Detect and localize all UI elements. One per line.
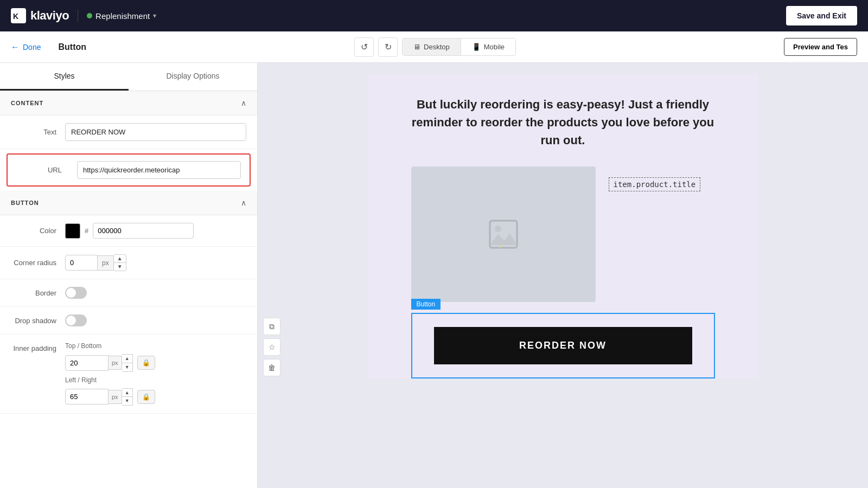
back-arrow-icon: ← bbox=[11, 42, 20, 52]
corner-radius-up-button[interactable]: ▲ bbox=[114, 255, 126, 263]
padding-lock-top-button[interactable]: 🔒 bbox=[137, 356, 155, 370]
top-bottom-group: Top / Bottom px ▲ ▼ 🔒 bbox=[65, 342, 246, 372]
klaviyo-logo-icon: K bbox=[11, 8, 26, 23]
border-row: Border bbox=[0, 279, 257, 307]
corner-radius-unit: px bbox=[98, 255, 114, 271]
tab-styles[interactable]: Styles bbox=[0, 63, 129, 91]
top-bottom-label: Top / Bottom bbox=[65, 342, 246, 350]
url-label: URL bbox=[16, 166, 71, 174]
corner-radius-label: Corner radius bbox=[11, 259, 65, 267]
border-label: Border bbox=[11, 289, 65, 297]
mobile-button[interactable]: 📱 Mobile bbox=[461, 38, 515, 55]
preview-content-area: But luckily reordering is easy-peasy! Ju… bbox=[368, 74, 758, 378]
done-button[interactable]: ← Done bbox=[11, 42, 41, 52]
color-hex-input[interactable] bbox=[93, 223, 194, 239]
content-section-header[interactable]: CONTENT ∧ bbox=[0, 91, 257, 115]
panel-content: CONTENT ∧ Text URL BUTTON ∧ Color bbox=[0, 91, 257, 488]
color-label: Color bbox=[11, 227, 65, 235]
corner-radius-input[interactable] bbox=[65, 255, 98, 271]
toolbar-center: ↺ ↻ 🖥 Desktop 📱 Mobile bbox=[354, 37, 516, 57]
nav-divider bbox=[78, 9, 78, 22]
product-image-placeholder-icon: ⚡ bbox=[487, 218, 520, 251]
preview-test-button[interactable]: Preview and Tes bbox=[784, 38, 857, 56]
padding-left-input-group: px ▲ ▼ bbox=[65, 388, 133, 406]
corner-radius-row: Corner radius px ▲ ▼ bbox=[0, 247, 257, 279]
topbar-left: K klaviyo Replenishment ▾ bbox=[11, 8, 156, 23]
preview-text-block: But luckily reordering is easy-peasy! Ju… bbox=[411, 95, 715, 149]
inner-padding-row: Inner padding Top / Bottom px ▲ ▼ bbox=[0, 335, 257, 414]
main-layout: Styles Display Options CONTENT ∧ Text UR… bbox=[0, 63, 868, 488]
side-favorite-button[interactable]: ☆ bbox=[263, 338, 280, 356]
drop-shadow-label: Drop shadow bbox=[11, 317, 65, 325]
corner-radius-input-group: px ▲ ▼ bbox=[65, 254, 126, 271]
redo-button[interactable]: ↻ bbox=[378, 37, 398, 57]
padding-top-stepper: ▲ ▼ bbox=[122, 354, 133, 372]
svg-text:K: K bbox=[13, 12, 18, 21]
button-section-header[interactable]: BUTTON ∧ bbox=[0, 191, 257, 215]
padding-left-stepper: ▲ ▼ bbox=[122, 388, 133, 406]
url-input[interactable] bbox=[77, 161, 241, 179]
preview-product-title: item.product.title bbox=[609, 177, 701, 191]
klaviyo-logo: K klaviyo bbox=[11, 8, 69, 23]
status-dot bbox=[87, 13, 92, 18]
padding-left-input[interactable] bbox=[65, 389, 108, 404]
left-panel: Styles Display Options CONTENT ∧ Text UR… bbox=[0, 63, 258, 488]
padding-left-down-button[interactable]: ▼ bbox=[122, 397, 132, 405]
button-section-title: BUTTON bbox=[11, 200, 39, 206]
padding-lock-left-button[interactable]: 🔒 bbox=[137, 390, 155, 404]
preview-button-section: Button REORDER NOW bbox=[411, 313, 715, 378]
svg-point-4 bbox=[495, 226, 501, 232]
content-collapse-icon[interactable]: ∧ bbox=[241, 99, 246, 107]
flow-chevron-icon[interactable]: ▾ bbox=[153, 12, 156, 20]
hash-sign: # bbox=[85, 227, 88, 235]
preview-main-text: But luckily reordering is easy-peasy! Ju… bbox=[411, 95, 715, 149]
border-toggle-slider bbox=[65, 287, 87, 299]
toolbar-left: ← Done Button bbox=[11, 42, 86, 52]
padding-top-input[interactable] bbox=[65, 355, 108, 371]
preview-product-image: ⚡ bbox=[411, 166, 596, 302]
done-label: Done bbox=[23, 43, 41, 52]
content-section-title: CONTENT bbox=[11, 100, 43, 106]
corner-radius-down-button[interactable]: ▼ bbox=[114, 263, 126, 271]
button-collapse-icon[interactable]: ∧ bbox=[241, 198, 246, 207]
corner-radius-stepper: ▲ ▼ bbox=[114, 254, 126, 271]
padding-left-unit: px bbox=[108, 390, 122, 404]
url-highlight-wrapper: URL bbox=[7, 153, 251, 187]
button-label-tag: Button bbox=[411, 299, 441, 310]
top-bottom-row: px ▲ ▼ 🔒 bbox=[65, 354, 246, 372]
left-right-row: px ▲ ▼ 🔒 bbox=[65, 388, 246, 406]
topbar: K klaviyo Replenishment ▾ Save and Exit bbox=[0, 0, 868, 31]
tab-display-options[interactable]: Display Options bbox=[129, 63, 257, 91]
preview-reorder-button[interactable]: REORDER NOW bbox=[434, 327, 692, 364]
mobile-icon: 📱 bbox=[472, 43, 481, 51]
border-toggle[interactable] bbox=[65, 287, 87, 299]
undo-button[interactable]: ↺ bbox=[354, 37, 374, 57]
logo-text: klaviyo bbox=[30, 9, 69, 23]
drop-shadow-toggle[interactable] bbox=[65, 314, 87, 326]
text-input[interactable] bbox=[65, 123, 246, 141]
panel-tabs: Styles Display Options bbox=[0, 63, 257, 91]
side-delete-button[interactable]: 🗑 bbox=[263, 359, 280, 376]
color-row: Color # bbox=[0, 215, 257, 247]
padding-top-down-button[interactable]: ▼ bbox=[122, 363, 132, 371]
left-right-label: Left / Right bbox=[65, 376, 246, 384]
desktop-icon: 🖥 bbox=[413, 43, 420, 51]
padding-top-up-button[interactable]: ▲ bbox=[122, 355, 132, 363]
flow-name: Replenishment ▾ bbox=[87, 11, 156, 21]
svg-marker-3 bbox=[490, 233, 517, 245]
drop-shadow-row: Drop shadow bbox=[0, 307, 257, 335]
right-preview: But luckily reordering is easy-peasy! Ju… bbox=[258, 63, 868, 488]
side-copy-button[interactable]: ⧉ bbox=[263, 318, 280, 335]
left-right-group: Left / Right px ▲ ▼ 🔒 bbox=[65, 376, 246, 406]
padding-top-input-group: px ▲ ▼ bbox=[65, 354, 133, 372]
preview-product-info: item.product.title bbox=[609, 166, 715, 191]
text-row: Text bbox=[0, 115, 257, 149]
text-label: Text bbox=[11, 128, 65, 136]
color-swatch[interactable] bbox=[65, 223, 80, 239]
save-exit-button[interactable]: Save and Exit bbox=[786, 6, 857, 25]
padding-left-up-button[interactable]: ▲ bbox=[122, 389, 132, 397]
device-toggle: 🖥 Desktop 📱 Mobile bbox=[402, 38, 516, 56]
padding-top-unit: px bbox=[108, 356, 122, 370]
second-toolbar: ← Done Button ↺ ↻ 🖥 Desktop 📱 Mobile Pre… bbox=[0, 31, 868, 63]
desktop-button[interactable]: 🖥 Desktop bbox=[403, 38, 461, 55]
